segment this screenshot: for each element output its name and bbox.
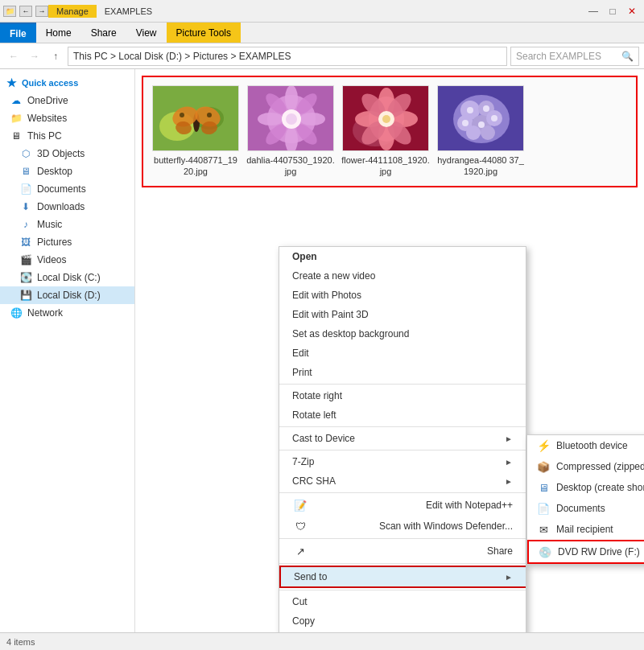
- svg-point-21: [286, 113, 297, 125]
- minimize-button[interactable]: —: [584, 2, 602, 20]
- ribbon: File Home Share View Picture Tools: [0, 23, 644, 43]
- tab-file[interactable]: File: [0, 23, 36, 43]
- ctx-defender-label: Scan with Windows Defender...: [379, 520, 513, 532]
- disk-c-icon: 💽: [19, 271, 32, 284]
- ctx-sep6: [279, 563, 526, 564]
- sidebar-item-3dobjects[interactable]: ⬡ 3D Objects: [0, 145, 134, 162]
- svg-point-15: [299, 113, 325, 125]
- sidebar-item-pictures[interactable]: 🖼 Pictures: [0, 233, 134, 251]
- ctx-share-label: Share: [487, 545, 513, 557]
- ctx-set-desktop[interactable]: Set as desktop background: [279, 324, 526, 344]
- close-button[interactable]: ✕: [623, 2, 641, 20]
- sidebar-item-localdiskc[interactable]: 💽 Local Disk (C:): [0, 269, 134, 286]
- status-text: 4 items: [6, 637, 35, 647]
- ctx-set-desktop-label: Set as desktop background: [292, 328, 409, 339]
- sidebar-item-downloads[interactable]: ⬇ Downloads: [0, 198, 134, 216]
- ctx-notepad[interactable]: 📝 Edit with Notepad++: [279, 495, 526, 516]
- forward-button[interactable]: →: [26, 47, 43, 65]
- ctx-copy[interactable]: Copy: [279, 611, 526, 631]
- search-box[interactable]: Search EXAMPLES 🔍: [510, 47, 639, 66]
- tab-view[interactable]: View: [126, 23, 167, 43]
- thumbnail-dahlia[interactable]: dahlia-4407530_1920.jpg: [246, 85, 335, 178]
- ctx-sendto-arrow: ►: [505, 573, 513, 582]
- sidebar-item-videos[interactable]: 🎬 Videos: [0, 251, 134, 269]
- address-path[interactable]: This PC > Local Disk (D:) > Pictures > E…: [68, 47, 507, 66]
- svg-point-9: [207, 113, 212, 117]
- tab-share[interactable]: Share: [81, 23, 126, 43]
- ctx-cast-label: Cast to Device: [292, 433, 355, 444]
- sidebar-item-websites[interactable]: 📁 Websites: [0, 109, 134, 127]
- sendto-mail[interactable]: ✉ Mail recipient: [527, 519, 644, 540]
- svg-point-42: [481, 125, 495, 140]
- ctx-edit-paint3d-label: Edit with Paint 3D: [292, 309, 369, 320]
- sidebar-item-music[interactable]: ♪ Music: [0, 216, 134, 233]
- thumbnail-hydrangea[interactable]: hydrangea-44080 37_1920.jpg: [436, 85, 525, 178]
- up-button[interactable]: ↑: [47, 47, 64, 65]
- ctx-share[interactable]: ↗ Share: [279, 541, 526, 562]
- manage-tab[interactable]: Manage: [48, 5, 97, 18]
- star-icon: ★: [6, 76, 17, 89]
- sendto-bluetooth[interactable]: ⚡ Bluetooth device: [527, 435, 644, 456]
- sendto-documents[interactable]: 📄 Documents: [527, 498, 644, 519]
- svg-point-47: [478, 121, 485, 128]
- context-menu: Open Create a new video Edit with Photos…: [279, 246, 526, 632]
- sidebar-downloads-label: Downloads: [37, 201, 85, 212]
- ctx-sep1: [279, 384, 526, 385]
- sidebar-item-localdiskd[interactable]: 💾 Local Disk (D:): [0, 286, 134, 304]
- ctx-7zip-arrow: ►: [505, 458, 513, 467]
- ctx-rotate-left[interactable]: Rotate left: [279, 405, 526, 425]
- butterfly-preview: [153, 86, 238, 150]
- ctx-print[interactable]: Print: [279, 363, 526, 382]
- sendto-zip[interactable]: 📦 Compressed (zipped) folder: [527, 456, 644, 477]
- ctx-crcsha[interactable]: CRC SHA ►: [279, 471, 526, 491]
- tab-picture-tools[interactable]: Picture Tools: [167, 23, 241, 43]
- ctx-crcsha-arrow: ►: [505, 477, 513, 486]
- 3dobjects-icon: ⬡: [19, 147, 32, 160]
- tab-home[interactable]: Home: [36, 23, 81, 43]
- svg-point-43: [466, 125, 481, 140]
- ctx-new-video[interactable]: Create a new video: [279, 266, 526, 286]
- ctx-cast[interactable]: Cast to Device ►: [279, 429, 526, 448]
- back-button[interactable]: ←: [5, 47, 23, 65]
- thumbnail-butterfly-img: [152, 85, 239, 151]
- sidebar-item-documents[interactable]: 📄 Documents: [0, 180, 134, 198]
- ctx-defender[interactable]: 🛡 Scan with Windows Defender...: [279, 516, 526, 537]
- ctx-rotate-right[interactable]: Rotate right: [279, 386, 526, 405]
- sidebar-quick-access-label: Quick access: [22, 78, 78, 88]
- flower-preview: [343, 86, 428, 150]
- sendto-desktop[interactable]: 🖥 Desktop (create shortcut): [527, 477, 644, 498]
- sidebar-item-network[interactable]: 🌐 Network: [0, 304, 134, 322]
- ctx-edit-photos[interactable]: Edit with Photos: [279, 286, 526, 305]
- mail-icon: ✉: [537, 523, 550, 536]
- defender-icon: 🛡: [292, 520, 308, 533]
- sendto-dvd[interactable]: 💿 DVD RW Drive (F:): [527, 540, 644, 564]
- sidebar-quick-access[interactable]: ★ Quick access: [0, 74, 134, 92]
- svg-point-8: [180, 113, 184, 117]
- ctx-sendto[interactable]: Send to ►: [279, 566, 526, 588]
- svg-point-12: [285, 86, 298, 111]
- cloud-icon: ☁: [10, 94, 23, 107]
- ctx-cut[interactable]: Cut: [279, 592, 526, 611]
- ctx-edit[interactable]: Edit: [279, 344, 526, 363]
- maximize-button[interactable]: □: [604, 2, 621, 20]
- sidebar-item-onedrive[interactable]: ☁ OneDrive: [0, 92, 134, 109]
- ctx-open[interactable]: Open: [279, 247, 526, 266]
- ctx-rotate-left-label: Rotate left: [292, 409, 336, 421]
- sidebar-item-desktop[interactable]: 🖥 Desktop: [0, 162, 134, 180]
- ctx-edit-paint3d[interactable]: Edit with Paint 3D: [279, 305, 526, 324]
- sidebar: ★ Quick access ☁ OneDrive 📁 Websites 🖥 T…: [0, 69, 135, 632]
- zip-icon: 📦: [537, 460, 550, 473]
- svg-point-44: [467, 107, 473, 113]
- main-layout: ★ Quick access ☁ OneDrive 📁 Websites 🖥 T…: [0, 69, 644, 632]
- ctx-7zip[interactable]: 7-Zip ►: [279, 452, 526, 471]
- folder-icon: 📁: [10, 112, 23, 125]
- sidebar-desktop-label: Desktop: [37, 166, 72, 177]
- sidebar-item-thispc[interactable]: 🖥 This PC: [0, 127, 134, 145]
- sidebar-onedrive-label: OneDrive: [27, 95, 68, 106]
- sendto-bluetooth-label: Bluetooth device: [556, 440, 628, 451]
- thumbnail-butterfly[interactable]: butterfly-4408771_1920.jpg: [151, 85, 240, 178]
- thumbnail-flower[interactable]: flower-4411108_1920.jpg: [341, 85, 430, 178]
- dvd-icon: 💿: [539, 545, 551, 558]
- svg-point-34: [382, 115, 390, 123]
- ctx-notepad-label: Edit with Notepad++: [426, 500, 513, 511]
